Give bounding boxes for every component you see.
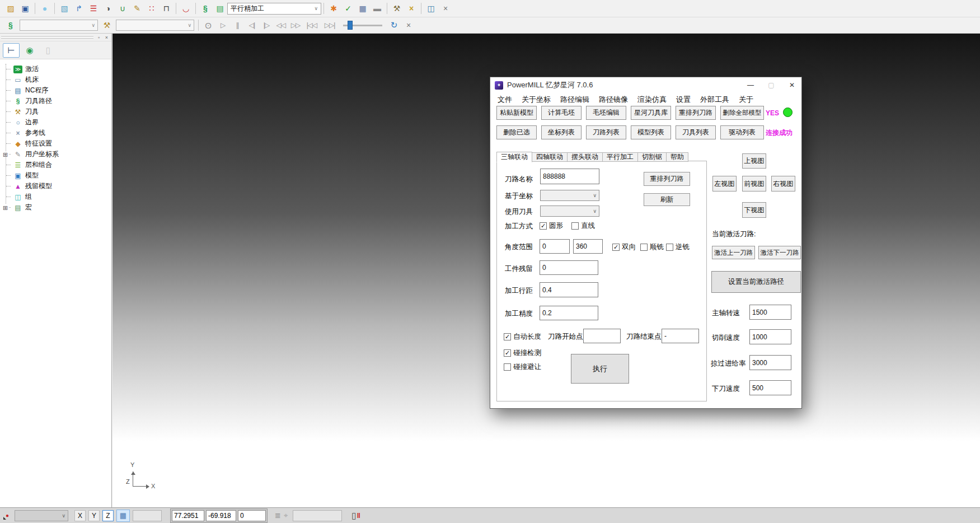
axis-y-button[interactable]: Y	[88, 510, 100, 521]
tab-3axis[interactable]: 三轴联动	[496, 152, 532, 162]
climb-checkbox[interactable]: 顺铣	[640, 242, 664, 252]
tree-item-groups[interactable]: ◫ 组	[0, 192, 111, 202]
angle-from-input[interactable]	[540, 239, 570, 254]
block-edit-button[interactable]: 毛坯编辑	[586, 106, 626, 120]
rewind-icon[interactable]: ◁◁	[274, 18, 288, 32]
tool-library-button[interactable]: 星河刀具库	[631, 106, 671, 120]
dialog-titlebar[interactable]: ✦ PowerMILL 忆梦星河 7.0.6 — ▢ ✕	[490, 77, 801, 93]
plunge-feed-input[interactable]	[749, 380, 791, 395]
bidir-checkbox[interactable]: ✓ 双向	[612, 242, 636, 252]
menu-ext-tools[interactable]: 外部工具	[700, 95, 729, 105]
active-toolpath-icon[interactable]: §	[199, 2, 212, 15]
open-project-icon[interactable]: ▨	[4, 2, 17, 15]
close-toolbar-icon[interactable]: ×	[402, 18, 415, 32]
tree-item-models[interactable]: ▣ 模型	[0, 170, 111, 181]
clock-icon[interactable]: ↻	[387, 18, 401, 32]
grid-size-field[interactable]	[133, 510, 162, 521]
toolholder-icon[interactable]: ⊓	[160, 2, 173, 15]
panel-grip[interactable]: ▫ ×	[0, 34, 111, 41]
float-panel-icon[interactable]: ▫	[95, 34, 102, 41]
go-to-end-icon[interactable]: ▷▷|	[321, 18, 338, 32]
model-list-button[interactable]: 模型列表	[631, 125, 671, 139]
axis-x-button[interactable]: X	[74, 510, 86, 521]
transform-icon[interactable]: ×	[405, 2, 418, 15]
delete-all-models-button[interactable]: 删除全部模型	[720, 106, 764, 120]
boundary-icon[interactable]: ∪	[116, 2, 129, 15]
view-left-button[interactable]: 左视图	[712, 176, 737, 192]
expand-icon[interactable]: ⊞	[2, 151, 8, 157]
tolerance-input[interactable]	[540, 306, 598, 320]
refresh-button[interactable]: 刷新	[644, 193, 690, 206]
tree-item-patterns[interactable]: × 参考线	[0, 128, 111, 138]
conventional-checkbox[interactable]: 逆铣	[666, 242, 690, 252]
close-panel-icon[interactable]: ×	[103, 34, 110, 41]
tree-item-toolpaths[interactable]: § 刀具路径	[0, 96, 111, 106]
tab-saw[interactable]: 切割锯	[638, 152, 667, 162]
coord-z-field[interactable]	[238, 510, 266, 521]
close-button[interactable]: ✕	[784, 78, 800, 92]
axis-z-button[interactable]: Z	[102, 510, 114, 521]
mode-circle-checkbox[interactable]: ✓ 圆形	[540, 221, 563, 231]
collision-check-icon[interactable]: ◡	[179, 2, 193, 15]
tab-4axis[interactable]: 四轴联动	[532, 152, 568, 162]
shaded-model-icon[interactable]: ●	[38, 2, 51, 15]
tree-item-stock-models[interactable]: ▲ 残留模型	[0, 181, 111, 192]
tree-item-nc-programs[interactable]: ▤ NC程序	[0, 85, 111, 96]
collision-avoid-checkbox[interactable]: 碰撞避让	[504, 362, 541, 372]
tree-item-macros[interactable]: ⊞ ▤ 宏	[0, 202, 111, 213]
execute-button[interactable]: 执行	[571, 354, 629, 384]
tab-help[interactable]: 帮助	[667, 152, 688, 162]
slider-handle[interactable]	[348, 21, 353, 30]
probe-icon[interactable]: ⌖	[284, 511, 288, 520]
grid-toggle-button[interactable]: ▦	[116, 510, 130, 522]
play-icon[interactable]: ▷	[216, 18, 229, 32]
view-bottom-button[interactable]: 下视图	[742, 202, 766, 218]
points-icon[interactable]: ∷	[145, 2, 158, 15]
tool-change-icon[interactable]: ⚒	[390, 2, 404, 15]
auto-length-checkbox[interactable]: ✓ 自动长度	[504, 332, 541, 342]
menu-file[interactable]: 文件	[498, 95, 512, 105]
minimize-button[interactable]: —	[742, 78, 759, 92]
paste-model-button[interactable]: 粘贴新模型	[496, 106, 537, 120]
tab-parallel[interactable]: 平行加工	[603, 152, 638, 162]
tool-combo[interactable]: ∨	[116, 20, 194, 31]
mode-line-checkbox[interactable]: 直线	[571, 221, 595, 231]
stock-remain-input[interactable]	[540, 260, 598, 275]
rearrange-button[interactable]: 重排列刀路	[644, 172, 690, 186]
menu-about-coords[interactable]: 关于坐标	[522, 95, 551, 105]
view-top-button[interactable]: 上视图	[742, 153, 766, 169]
based-coord-select[interactable]: ∨	[540, 190, 599, 201]
end-point-input[interactable]	[662, 329, 699, 343]
skim-feed-input[interactable]	[749, 355, 791, 370]
cutting-feed-input[interactable]	[749, 329, 791, 344]
tree-item-levels[interactable]: ☰ 层和组合	[0, 160, 111, 170]
menu-render-sim[interactable]: 渲染仿真	[637, 95, 667, 105]
view-front-button[interactable]: 前视图	[742, 176, 766, 192]
z-levels-icon[interactable]: ☰	[87, 2, 100, 15]
record-icon[interactable]: ●	[3, 511, 12, 520]
pause-icon[interactable]: ||	[231, 18, 244, 32]
start-point-input[interactable]	[583, 329, 621, 343]
tree-item-machine[interactable]: ▭ 机床	[0, 74, 111, 85]
clipboard-icon[interactable]: ▯	[351, 511, 356, 521]
tree-item-activate[interactable]: ≫ 激活	[0, 64, 111, 74]
hierarchy-view-icon[interactable]: ⊢	[3, 43, 20, 58]
activate-prev-button[interactable]: 激活上一刀路	[712, 246, 755, 259]
view-right-button[interactable]: 右视图	[771, 176, 795, 192]
collision-check-checkbox[interactable]: ✓ 碰撞检测	[504, 348, 541, 358]
toolpath-name-input[interactable]	[540, 169, 599, 184]
use-tool-select[interactable]: ∨	[540, 206, 599, 217]
menu-path-mirror[interactable]: 路径镜像	[599, 95, 628, 105]
expand-icon[interactable]: ⊞	[2, 204, 8, 211]
toolpath-combo[interactable]: ∨	[20, 20, 98, 31]
tree-item-boundaries[interactable]: ○ 边界	[0, 117, 111, 128]
menu-about[interactable]: 关于	[739, 95, 753, 105]
tool-list-button[interactable]: 刀具列表	[676, 125, 716, 139]
coord-x-field[interactable]	[172, 510, 204, 521]
fast-forward-icon[interactable]: ▷▷	[289, 18, 302, 32]
strategy-dropdown[interactable]: 平行精加工 ∨	[227, 3, 321, 15]
toolpath-strategy-icon[interactable]: ↱	[72, 2, 86, 15]
drive-list-button[interactable]: 驱动列表	[720, 125, 764, 139]
toolpath-list-button[interactable]: 刀路列表	[586, 125, 626, 139]
pattern-icon[interactable]: ✎	[130, 2, 144, 15]
